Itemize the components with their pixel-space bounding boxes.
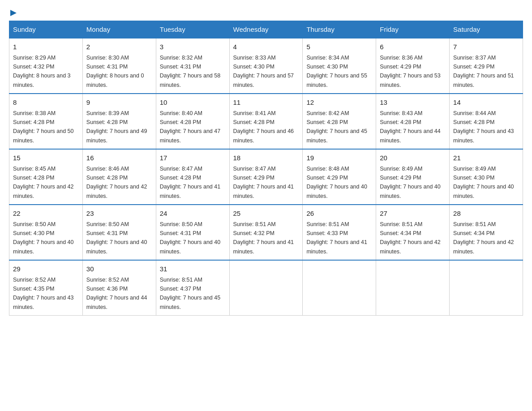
- weekday-header-row: SundayMondayTuesdayWednesdayThursdayFrid…: [9, 21, 523, 39]
- day-number: 16: [86, 153, 152, 163]
- day-info: Sunrise: 8:42 AMSunset: 4:28 PMDaylight:…: [306, 110, 367, 144]
- day-number: 18: [233, 153, 299, 163]
- day-number: 9: [86, 98, 152, 108]
- weekday-header-wednesday: Wednesday: [229, 21, 303, 39]
- day-cell-25: 25 Sunrise: 8:51 AMSunset: 4:32 PMDaylig…: [229, 205, 303, 260]
- calendar-table: SundayMondayTuesdayWednesdayThursdayFrid…: [9, 21, 523, 316]
- day-number: 31: [160, 264, 226, 274]
- weekday-header-saturday: Saturday: [450, 21, 523, 39]
- day-cell-2: 2 Sunrise: 8:30 AMSunset: 4:31 PMDayligh…: [82, 38, 156, 94]
- day-cell-29: 29 Sunrise: 8:52 AMSunset: 4:35 PMDaylig…: [9, 260, 83, 316]
- day-number: 26: [306, 209, 372, 219]
- empty-day-cell: [303, 260, 376, 316]
- day-number: 29: [13, 264, 79, 274]
- day-cell-23: 23 Sunrise: 8:50 AMSunset: 4:31 PMDaylig…: [82, 205, 156, 260]
- day-number: 27: [380, 209, 446, 219]
- day-info: Sunrise: 8:50 AMSunset: 4:31 PMDaylight:…: [160, 221, 221, 255]
- day-number: 5: [306, 42, 372, 52]
- logo-arrow-icon: [9, 9, 17, 17]
- day-number: 22: [13, 209, 79, 219]
- day-cell-17: 17 Sunrise: 8:47 AMSunset: 4:28 PMDaylig…: [156, 149, 229, 205]
- week-row-1: 1 Sunrise: 8:29 AMSunset: 4:32 PMDayligh…: [9, 38, 523, 94]
- empty-day-cell: [376, 260, 450, 316]
- day-info: Sunrise: 8:52 AMSunset: 4:36 PMDaylight:…: [86, 277, 147, 310]
- day-info: Sunrise: 8:49 AMSunset: 4:29 PMDaylight:…: [380, 166, 441, 199]
- day-cell-12: 12 Sunrise: 8:42 AMSunset: 4:28 PMDaylig…: [303, 94, 376, 149]
- day-cell-10: 10 Sunrise: 8:40 AMSunset: 4:28 PMDaylig…: [156, 94, 229, 149]
- day-info: Sunrise: 8:39 AMSunset: 4:28 PMDaylight:…: [86, 110, 147, 144]
- day-info: Sunrise: 8:43 AMSunset: 4:28 PMDaylight:…: [380, 110, 441, 144]
- day-info: Sunrise: 8:47 AMSunset: 4:28 PMDaylight:…: [160, 166, 221, 199]
- day-info: Sunrise: 8:37 AMSunset: 4:29 PMDaylight:…: [453, 55, 514, 88]
- day-cell-13: 13 Sunrise: 8:43 AMSunset: 4:28 PMDaylig…: [376, 94, 450, 149]
- day-cell-27: 27 Sunrise: 8:51 AMSunset: 4:34 PMDaylig…: [376, 205, 450, 260]
- day-info: Sunrise: 8:50 AMSunset: 4:31 PMDaylight:…: [86, 221, 147, 255]
- weekday-header-sunday: Sunday: [9, 21, 83, 39]
- day-info: Sunrise: 8:51 AMSunset: 4:34 PMDaylight:…: [380, 221, 441, 255]
- day-cell-6: 6 Sunrise: 8:36 AMSunset: 4:29 PMDayligh…: [376, 38, 450, 94]
- weekday-header-monday: Monday: [82, 21, 156, 39]
- day-number: 15: [13, 153, 79, 163]
- week-row-3: 15 Sunrise: 8:45 AMSunset: 4:28 PMDaylig…: [9, 149, 523, 205]
- day-cell-14: 14 Sunrise: 8:44 AMSunset: 4:28 PMDaylig…: [450, 94, 523, 149]
- day-info: Sunrise: 8:36 AMSunset: 4:29 PMDaylight:…: [380, 55, 441, 88]
- day-number: 2: [86, 42, 152, 52]
- day-cell-28: 28 Sunrise: 8:51 AMSunset: 4:34 PMDaylig…: [450, 205, 523, 260]
- day-number: 28: [453, 209, 519, 219]
- day-number: 23: [86, 209, 152, 219]
- day-info: Sunrise: 8:46 AMSunset: 4:28 PMDaylight:…: [86, 166, 147, 199]
- day-info: Sunrise: 8:51 AMSunset: 4:32 PMDaylight:…: [233, 221, 294, 255]
- weekday-header-tuesday: Tuesday: [156, 21, 229, 39]
- day-number: 24: [160, 209, 226, 219]
- week-row-4: 22 Sunrise: 8:50 AMSunset: 4:30 PMDaylig…: [9, 205, 523, 260]
- day-info: Sunrise: 8:51 AMSunset: 4:33 PMDaylight:…: [306, 221, 367, 255]
- day-number: 1: [13, 42, 79, 52]
- day-cell-26: 26 Sunrise: 8:51 AMSunset: 4:33 PMDaylig…: [303, 205, 376, 260]
- weekday-header-friday: Friday: [376, 21, 450, 39]
- day-number: 13: [380, 98, 446, 108]
- day-cell-5: 5 Sunrise: 8:34 AMSunset: 4:30 PMDayligh…: [303, 38, 376, 94]
- page-header: [9, 9, 523, 16]
- day-number: 8: [13, 98, 79, 108]
- day-number: 14: [453, 98, 519, 108]
- day-info: Sunrise: 8:41 AMSunset: 4:28 PMDaylight:…: [233, 110, 294, 144]
- day-number: 21: [453, 153, 519, 163]
- day-info: Sunrise: 8:51 AMSunset: 4:37 PMDaylight:…: [160, 277, 221, 310]
- empty-day-cell: [229, 260, 303, 316]
- weekday-header-thursday: Thursday: [303, 21, 376, 39]
- day-info: Sunrise: 8:45 AMSunset: 4:28 PMDaylight:…: [13, 166, 74, 199]
- day-number: 20: [380, 153, 446, 163]
- day-cell-7: 7 Sunrise: 8:37 AMSunset: 4:29 PMDayligh…: [450, 38, 523, 94]
- day-info: Sunrise: 8:51 AMSunset: 4:34 PMDaylight:…: [453, 221, 514, 255]
- day-number: 17: [160, 153, 226, 163]
- day-cell-15: 15 Sunrise: 8:45 AMSunset: 4:28 PMDaylig…: [9, 149, 83, 205]
- day-number: 6: [380, 42, 446, 52]
- day-info: Sunrise: 8:52 AMSunset: 4:35 PMDaylight:…: [13, 277, 74, 310]
- day-cell-18: 18 Sunrise: 8:47 AMSunset: 4:29 PMDaylig…: [229, 149, 303, 205]
- day-number: 11: [233, 98, 299, 108]
- day-cell-9: 9 Sunrise: 8:39 AMSunset: 4:28 PMDayligh…: [82, 94, 156, 149]
- day-cell-24: 24 Sunrise: 8:50 AMSunset: 4:31 PMDaylig…: [156, 205, 229, 260]
- day-number: 25: [233, 209, 299, 219]
- day-cell-16: 16 Sunrise: 8:46 AMSunset: 4:28 PMDaylig…: [82, 149, 156, 205]
- day-cell-22: 22 Sunrise: 8:50 AMSunset: 4:30 PMDaylig…: [9, 205, 83, 260]
- day-info: Sunrise: 8:49 AMSunset: 4:30 PMDaylight:…: [453, 166, 514, 199]
- day-info: Sunrise: 8:44 AMSunset: 4:28 PMDaylight:…: [453, 110, 514, 144]
- logo: [9, 9, 17, 16]
- day-cell-20: 20 Sunrise: 8:49 AMSunset: 4:29 PMDaylig…: [376, 149, 450, 205]
- day-cell-11: 11 Sunrise: 8:41 AMSunset: 4:28 PMDaylig…: [229, 94, 303, 149]
- day-info: Sunrise: 8:33 AMSunset: 4:30 PMDaylight:…: [233, 55, 294, 88]
- day-info: Sunrise: 8:48 AMSunset: 4:29 PMDaylight:…: [306, 166, 367, 199]
- day-number: 4: [233, 42, 299, 52]
- day-info: Sunrise: 8:38 AMSunset: 4:28 PMDaylight:…: [13, 110, 74, 144]
- day-number: 12: [306, 98, 372, 108]
- svg-marker-0: [10, 10, 17, 16]
- day-cell-30: 30 Sunrise: 8:52 AMSunset: 4:36 PMDaylig…: [82, 260, 156, 316]
- day-info: Sunrise: 8:29 AMSunset: 4:32 PMDaylight:…: [13, 55, 71, 88]
- day-cell-8: 8 Sunrise: 8:38 AMSunset: 4:28 PMDayligh…: [9, 94, 83, 149]
- day-cell-4: 4 Sunrise: 8:33 AMSunset: 4:30 PMDayligh…: [229, 38, 303, 94]
- week-row-5: 29 Sunrise: 8:52 AMSunset: 4:35 PMDaylig…: [9, 260, 523, 316]
- day-number: 10: [160, 98, 226, 108]
- empty-day-cell: [450, 260, 523, 316]
- day-number: 19: [306, 153, 372, 163]
